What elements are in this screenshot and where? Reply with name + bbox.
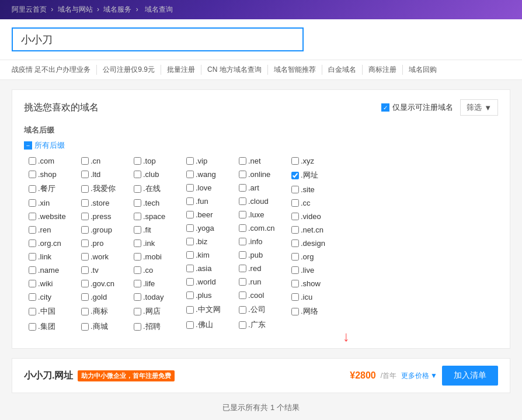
suffix-pro[interactable]: .pro [81, 238, 134, 249]
suffix-name[interactable]: .name [29, 265, 81, 276]
filter-button[interactable]: 筛选 ▼ [460, 99, 498, 116]
suffix-yoga[interactable]: .yoga [186, 223, 239, 234]
suffix-website[interactable]: .website [29, 211, 81, 222]
suffix-press[interactable]: .press [81, 211, 134, 222]
menu-item-4[interactable]: 域名智能推荐 [268, 65, 322, 75]
suffix-wangdian[interactable]: .网店 [134, 305, 186, 318]
suffix-wang[interactable]: .wang [186, 169, 239, 180]
suffix-mobi[interactable]: .mobi [134, 251, 186, 262]
suffix-wangluo[interactable]: .网络 [291, 305, 344, 318]
menu-item-1[interactable]: 公司注册仅9.9元 [97, 65, 161, 75]
menu-bar: 战疫情 足不出户办理业务 公司注册仅9.9元 批量注册 CN 地方域名查询 域名… [0, 60, 522, 80]
add-to-list-button[interactable]: 加入清单 [442, 366, 498, 386]
suffix-col-0: .com .shop .餐厅 .xin .website .ren .org.c… [29, 155, 81, 333]
suffix-luxe[interactable]: .luxe [239, 209, 291, 220]
more-price-link[interactable]: 更多价格 ▼ [401, 371, 437, 381]
suffix-net[interactable]: .net [239, 155, 291, 166]
suffix-biz[interactable]: .biz [186, 236, 239, 247]
suffix-woaini[interactable]: .我爱你 [81, 182, 134, 195]
menu-item-0[interactable]: 战疫情 足不出户办理业务 [12, 65, 97, 75]
suffix-cn[interactable]: .cn [81, 155, 134, 166]
menu-item-3[interactable]: CN 地方域名查询 [201, 65, 268, 75]
suffix-top[interactable]: .top [134, 155, 186, 166]
suffix-fun[interactable]: .fun [186, 196, 239, 207]
breadcrumb-service[interactable]: 域名服务 [103, 5, 131, 13]
suffix-club[interactable]: .club [134, 169, 186, 180]
suffix-org[interactable]: .org [291, 251, 344, 262]
suffix-cloud[interactable]: .cloud [239, 196, 291, 207]
suffix-today[interactable]: .today [134, 291, 186, 303]
menu-item-5[interactable]: 白金域名 [322, 65, 363, 75]
suffix-online[interactable]: .online [239, 169, 291, 180]
suffix-world[interactable]: .world [186, 276, 239, 287]
suffix-site[interactable]: .site [291, 184, 344, 195]
suffix-work[interactable]: .work [81, 251, 134, 262]
suffix-gold[interactable]: .gold [81, 291, 134, 303]
menu-item-6[interactable]: 商标注册 [363, 65, 403, 75]
suffix-group[interactable]: .group [81, 224, 134, 235]
suffix-info[interactable]: .info [239, 236, 291, 247]
suffix-canting[interactable]: .餐厅 [29, 182, 81, 195]
search-input[interactable]: 小小刀 [12, 27, 304, 51]
suffix-wangzhi[interactable]: .网址 [291, 169, 344, 182]
suffix-col-2: .top .club .在线 .tech .space .fit .ink .m… [134, 155, 186, 333]
suffix-ren[interactable]: .ren [29, 224, 81, 235]
suffix-wiki[interactable]: .wiki [29, 278, 81, 289]
suffix-asia[interactable]: .asia [186, 263, 239, 274]
suffix-design[interactable]: .design [291, 238, 344, 249]
suffix-com[interactable]: .com [29, 155, 81, 166]
suffix-fit[interactable]: .fit [134, 224, 186, 235]
suffix-link[interactable]: .link [29, 251, 81, 262]
suffix-zaixian[interactable]: .在线 [134, 182, 186, 195]
suffix-icu[interactable]: .icu [291, 291, 344, 303]
suffix-show[interactable]: .show [291, 278, 344, 289]
suffix-video[interactable]: .video [291, 211, 344, 222]
suffix-co[interactable]: .co [134, 265, 186, 276]
suffix-zhongwenwang[interactable]: .中文网 [186, 303, 239, 316]
suffix-tech[interactable]: .tech [134, 197, 186, 209]
suffix-love[interactable]: .love [186, 182, 239, 193]
suffix-store[interactable]: .store [81, 197, 134, 209]
suffix-ltd[interactable]: .ltd [81, 169, 134, 180]
breadcrumb-domain[interactable]: 域名与网站 [58, 5, 93, 13]
suffix-run[interactable]: .run [239, 276, 291, 287]
suffix-plus[interactable]: .plus [186, 290, 239, 301]
suffix-vip[interactable]: .vip [186, 155, 239, 166]
suffix-shangcheng[interactable]: .商城 [81, 320, 134, 333]
suffix-shangbiao[interactable]: .商标 [81, 305, 134, 318]
suffix-orgcn[interactable]: .org.cn [29, 238, 81, 249]
breadcrumb-home[interactable]: 阿里云首页 [12, 5, 47, 13]
suffix-cc[interactable]: .cc [291, 197, 344, 209]
all-suffix-toggle[interactable]: － 所有后缀 [24, 140, 498, 151]
suffix-govcn[interactable]: .gov.cn [81, 278, 134, 289]
show-registrable-label[interactable]: ✓ 仅显示可注册域名 [381, 102, 453, 113]
suffix-jituan[interactable]: .集团 [29, 320, 81, 333]
suffix-gongsi[interactable]: .公司 [239, 303, 291, 316]
suffix-live[interactable]: .live [291, 265, 344, 276]
suffix-comcn[interactable]: .com.cn [239, 223, 291, 234]
suffix-city[interactable]: .city [29, 291, 81, 303]
suffix-xyz[interactable]: .xyz [291, 155, 344, 166]
show-registrable-checkbox[interactable]: ✓ [381, 103, 389, 112]
filter-right: ✓ 仅显示可注册域名 筛选 ▼ [381, 99, 498, 116]
suffix-space[interactable]: .space [134, 211, 186, 222]
suffix-life[interactable]: .life [134, 278, 186, 289]
suffix-cool[interactable]: .cool [239, 290, 291, 301]
suffix-zhongguo[interactable]: .中国 [29, 305, 81, 318]
suffix-zhaopin[interactable]: .招聘 [134, 320, 186, 333]
suffix-xin[interactable]: .xin [29, 197, 81, 209]
suffix-netcn[interactable]: .net.cn [291, 224, 344, 235]
suffix-red[interactable]: .red [239, 263, 291, 274]
suffix-guangdong[interactable]: .广东 [239, 318, 291, 331]
suffix-pub[interactable]: .pub [239, 249, 291, 261]
suffix-ink[interactable]: .ink [134, 238, 186, 249]
suffix-foshan[interactable]: .佛山 [186, 318, 239, 331]
suffix-kim[interactable]: .kim [186, 249, 239, 261]
suffix-columns: .com .shop .餐厅 .xin .website .ren .org.c… [29, 155, 498, 333]
suffix-shop[interactable]: .shop [29, 169, 81, 180]
menu-item-2[interactable]: 批量注册 [161, 65, 201, 75]
suffix-beer[interactable]: .beer [186, 209, 239, 220]
suffix-tv[interactable]: .tv [81, 265, 134, 276]
suffix-art[interactable]: .art [239, 182, 291, 193]
menu-item-7[interactable]: 域名回购 [403, 65, 443, 75]
